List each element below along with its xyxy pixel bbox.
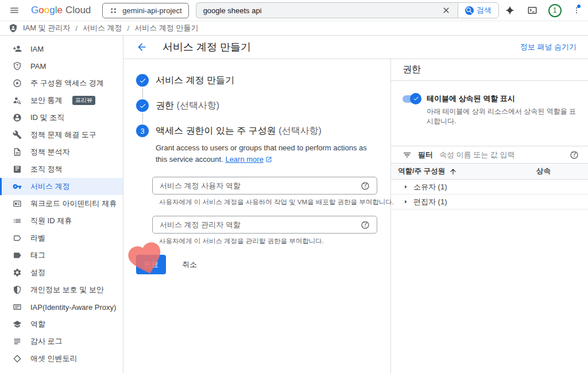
- help-icon[interactable]: [361, 181, 370, 191]
- back-arrow-icon[interactable]: [136, 41, 148, 53]
- wrench-icon: [13, 130, 22, 139]
- sidebar-item-org-policy[interactable]: 조직 정책: [0, 161, 123, 178]
- help-icon[interactable]: [361, 220, 370, 230]
- sidebar-item-label: 정책 분석자: [30, 147, 70, 157]
- breadcrumb-item[interactable]: IAM 및 관리자: [23, 23, 70, 33]
- sidebar-item-label: 라벨: [30, 233, 45, 243]
- filter-label: 필터: [418, 150, 433, 160]
- field-helper-text: 사용자에게 이 서비스 계정을 사용하여 작업 및 VM을 배포할 권한을 부여…: [159, 198, 377, 207]
- filter-icon: [403, 150, 412, 160]
- sidebar-item-principal-boundary[interactable]: 주 구성원 액세스 경계: [0, 75, 123, 92]
- search-button-label: 검색: [477, 5, 492, 15]
- more-vert-icon[interactable]: [571, 4, 582, 17]
- topbar-actions: 1: [504, 3, 588, 18]
- sidebar-item-audit-logs[interactable]: 감사 로그: [0, 333, 123, 350]
- logo-cloud-text: Cloud: [65, 5, 91, 16]
- breadcrumb-item[interactable]: 서비스 계정: [83, 23, 122, 33]
- field-helper-text: 사용자에게 이 서비스 계정을 관리할 권한을 부여합니다.: [159, 237, 377, 246]
- sidebar-item-privacy-security[interactable]: 개인정보 보호 및 보안: [0, 281, 123, 298]
- sidebar-item-label: 태그: [30, 250, 45, 261]
- sidebar-item-settings[interactable]: 설정: [0, 264, 123, 281]
- sidebar-item-label: 조직 정책: [30, 164, 63, 174]
- sidebar-item-label: 보안 통계: [30, 95, 63, 106]
- project-selector[interactable]: gemini-api-project: [102, 3, 188, 18]
- step-2-optional: (선택사항): [176, 100, 219, 110]
- sidebar-item-label: 주 구성원 액세스 경계: [30, 78, 104, 88]
- sidebar-item-policy-analyzer[interactable]: 정책 분석자: [0, 143, 123, 161]
- cancel-button[interactable]: 취소: [182, 259, 197, 270]
- settings-icon: [13, 268, 22, 277]
- menu-icon[interactable]: [8, 4, 21, 17]
- sidebar-item-identity-org[interactable]: ID 및 조직: [0, 109, 123, 126]
- roles-table-header: 역할/주 구성원 상속: [391, 164, 588, 180]
- role-row[interactable]: 편집자 (1): [391, 195, 588, 209]
- step-complete-icon: [136, 74, 149, 87]
- sidebar-item-asset-inventory[interactable]: 애셋 인벤토리: [0, 350, 123, 367]
- workload-identity-icon: [13, 199, 22, 208]
- iap-icon: [13, 302, 22, 312]
- step-connector: [142, 88, 143, 98]
- learn-more-label: Learn more: [225, 154, 263, 165]
- column-inheritance[interactable]: 상속: [536, 166, 551, 176]
- project-name: gemini-api-project: [122, 6, 181, 15]
- open-in-new-icon: [265, 156, 272, 163]
- role-row[interactable]: 소유자 (1): [391, 180, 588, 195]
- step-3-optional: (선택사항): [278, 126, 322, 135]
- clear-search-icon[interactable]: [442, 6, 451, 15]
- step-3-title: 액세스 권한이 있는 주 구성원: [156, 126, 276, 135]
- asset-inventory-icon: [13, 354, 22, 363]
- field-placeholder: 서비스 계정 사용자 역할: [160, 181, 241, 191]
- breadcrumb-item[interactable]: 서비스 계정 만들기: [134, 23, 198, 33]
- sidebar-item-label: 애셋 인벤토리: [30, 353, 78, 364]
- sort-ascending-icon[interactable]: [449, 168, 457, 176]
- filter-bar: 필터 속성 이름 또는 값 입력: [391, 146, 588, 164]
- service-account-users-role-field[interactable]: 서비스 계정 사용자 역할: [152, 177, 377, 195]
- search-value: google sheets api: [203, 6, 442, 15]
- cloud-shell-icon[interactable]: [526, 4, 539, 17]
- sidebar-item-workload-identity[interactable]: 워크로드 아이덴티티 제휴: [0, 195, 123, 212]
- shield-question-icon: [13, 61, 22, 71]
- wizard-step-3[interactable]: 3 액세스 권한이 있는 주 구성원 (선택사항): [136, 125, 390, 137]
- expand-triangle-icon: [401, 197, 410, 206]
- top-app-bar: Google Cloud gemini-api-project google s…: [0, 0, 588, 21]
- inherited-roles-toggle[interactable]: [403, 95, 420, 103]
- toggle-label: 테이블에 상속된 역할 표시: [427, 94, 515, 104]
- service-account-icon: [13, 182, 22, 191]
- sidebar-item-service-account[interactable]: 서비스 계정: [0, 178, 123, 195]
- identity-org-icon: [13, 113, 22, 122]
- done-button[interactable]: 완료: [136, 255, 166, 274]
- sidebar-item-label: 설정: [30, 267, 45, 278]
- search-icon: [465, 6, 474, 15]
- wizard-step-1[interactable]: 서비스 계정 만들기: [136, 74, 390, 87]
- hide-info-panel-link[interactable]: 정보 패널 숨기기: [520, 42, 577, 52]
- service-account-admins-role-field[interactable]: 서비스 계정 관리자 역할: [152, 216, 377, 234]
- step-description: Grant access to users or groups that nee…: [156, 142, 374, 165]
- search-button[interactable]: 검색: [458, 2, 499, 18]
- sidebar-item-label[interactable]: 라벨: [0, 230, 123, 247]
- search-input[interactable]: google sheets api: [196, 2, 458, 18]
- step-complete-icon: [136, 99, 149, 112]
- sidebar-item-roles[interactable]: 역할: [0, 316, 123, 333]
- gemini-star-icon[interactable]: [504, 4, 516, 17]
- filter-input[interactable]: 속성 이름 또는 값 입력: [439, 150, 514, 160]
- notifications-badge[interactable]: 1: [548, 4, 562, 17]
- org-policy-icon: [13, 165, 22, 174]
- sidebar-item-workforce-identity[interactable]: 직원 ID 제휴: [0, 212, 123, 230]
- breadcrumb: IAM 및 관리자/서비스 계정/서비스 계정 만들기: [0, 21, 588, 36]
- learn-more-link[interactable]: Learn more: [225, 154, 272, 165]
- sidebar-item-shield-question[interactable]: PAM: [0, 57, 123, 75]
- page-title: 서비스 계정 만들기: [163, 40, 251, 54]
- sidebar-item-tag[interactable]: 태그: [0, 247, 123, 264]
- role-label: 소유자 (1): [413, 182, 447, 192]
- breadcrumb-separator: /: [75, 24, 78, 33]
- breadcrumb-separator: /: [127, 24, 130, 33]
- help-icon[interactable]: [570, 150, 579, 160]
- sidebar-item-security-insights[interactable]: 보안 통계프리뷰: [0, 92, 123, 109]
- wizard-step-2[interactable]: 권한 (선택사항): [136, 99, 390, 112]
- column-role-principal[interactable]: 역할/주 구성원: [398, 166, 445, 176]
- sidebar-item-label: IAM: [30, 45, 44, 53]
- sidebar-item-wrench[interactable]: 정책 문제 해결 도구: [0, 126, 123, 143]
- sidebar-item-person-add[interactable]: IAM: [0, 40, 123, 57]
- sidebar-item-iap[interactable]: IAP(Identity-Aware Proxy): [0, 298, 123, 316]
- search-bar: google sheets api 검색: [196, 2, 499, 18]
